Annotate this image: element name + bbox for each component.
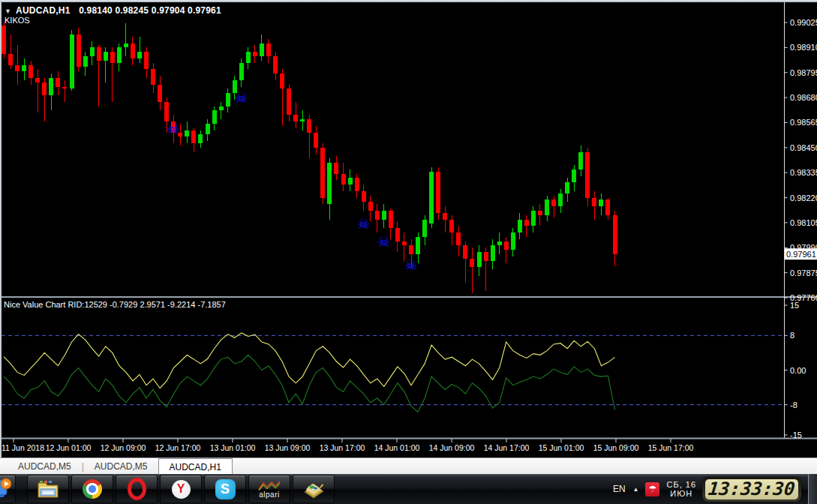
candle-body [158,85,162,102]
alpari-icon: alpari [258,480,281,499]
skull-marker-icon: ☠ [377,234,390,250]
candle-body [511,232,515,250]
candle-body [56,78,60,87]
maps-atlas-icon [302,478,326,500]
candle-body [389,211,393,228]
candle-body [239,63,244,80]
avira-antivirus-icon[interactable]: ☂ [645,482,659,496]
candle-body [443,213,447,220]
candle-body [362,191,366,202]
candle-body [565,182,569,194]
skype-icon: S [215,479,236,500]
candle [2,22,6,58]
candle-body [422,220,427,237]
hidden-icons-arrow[interactable]: ▲ [633,486,639,493]
candle [320,143,325,204]
candle-body [449,220,454,232]
price-axis-label: 0.98220 [790,194,817,202]
show-desktop-button[interactable] [808,474,817,504]
candle-body [429,172,434,224]
candle-body [531,211,536,226]
candle-body [206,124,210,135]
taskbar-button-chrome[interactable] [71,475,113,503]
candle-body [198,134,203,143]
candle-body [77,34,81,68]
windows-explorer-icon [37,479,59,499]
candle-body [341,174,346,185]
tray-date-line2: ИЮН [670,489,692,498]
taskbar-button-explorer[interactable] [27,475,69,503]
candle-body [368,202,373,211]
tab-audcad-m5[interactable]: AUDCAD,M5 [8,458,82,475]
tab-audcad-h1[interactable]: AUDCAD,H1 [158,458,233,475]
chart-header: ▼AUDCAD,H1 0.98140 0.98245 0.97904 0.979… [5,5,221,16]
candle-body [280,74,284,88]
indicator-axis-label: -15 [790,430,802,440]
taskbar-button-skype[interactable]: S [204,475,246,503]
candle-body [524,220,529,226]
tab-audcad-m5[interactable]: AUDCAD,M5 [84,458,158,475]
chart-canvas[interactable]: ☠☠☠☠☠0.990250.989100.987950.986800.98565… [0,0,817,458]
tray-date: СБ, 16 ИЮН [666,480,696,498]
candle-body [90,47,95,56]
candle-body [538,211,542,215]
tray-date-line1: СБ, 16 [666,480,696,489]
candle-body [518,220,522,232]
candle-body [185,130,189,137]
candle-body [599,200,603,206]
taskbar-button-pinned-app-partial[interactable] [0,475,16,503]
candle-body [97,47,101,60]
chart-collapse-icon[interactable]: ▼ [5,8,11,15]
yandex-letter: Y [177,482,185,496]
candle-body [151,69,155,84]
time-axis-label: 12 Jun 17:00 [155,443,201,452]
candle-body [416,237,420,254]
candle-body [456,232,461,245]
candle-body [334,163,338,174]
taskbar-button-opera[interactable] [116,475,158,503]
tab-bar-pad [0,458,8,475]
candle-body [104,52,108,61]
candle-body [578,152,583,170]
candle-body [402,242,407,246]
taskbar-button-maps-atlas[interactable] [293,475,335,503]
candle-body [219,106,224,111]
skype-letter: S [221,482,230,497]
price-axis-label: 0.98795 [790,68,817,77]
candle-body [585,152,590,198]
candle-body [348,178,353,184]
chart-ohlc-values: 0.98140 0.98245 0.97904 0.97961 [79,5,221,16]
candle-body [124,44,128,48]
desktop-clock-gadget[interactable]: 13:33:30 [702,477,801,502]
candle-body [110,52,115,63]
price-axis-label: 0.98910 [790,43,817,52]
candle-body [15,65,20,72]
candle-body [613,215,617,254]
candle-body [491,245,495,260]
candle-body [551,200,556,206]
taskbar-button-alpari[interactable]: alpari [248,475,290,503]
candle-body [22,65,26,72]
price-axis-label: 0.98335 [790,168,817,177]
language-indicator[interactable]: EN [613,484,626,494]
window-border-left [0,2,2,458]
candle-body [545,200,549,214]
time-axis-label: 12 Jun 01:00 [46,443,92,452]
price-axis-label: 0.97875 [790,268,817,278]
time-axis-label: 14 Jun 09:00 [429,443,475,452]
taskbar-button-yandex[interactable]: Y [160,475,202,503]
time-axis-label: 11 Jun 2018 [2,443,44,452]
candle-body [273,56,278,74]
alpari-chart-lines-icon [258,480,281,490]
candle-body [314,133,318,148]
app-stack-icon [0,478,14,500]
candle-body [504,242,509,250]
candle-body [191,130,196,143]
candle-body [260,44,264,56]
candle-body [83,56,88,68]
time-axis-label: 15 Jun 09:00 [593,443,639,452]
candle-body [293,115,298,122]
time-axis-label: 14 Jun 17:00 [484,443,530,452]
price-axis-label: 0.98565 [790,118,817,127]
time-axis-label: 12 Jun 09:00 [101,443,146,452]
